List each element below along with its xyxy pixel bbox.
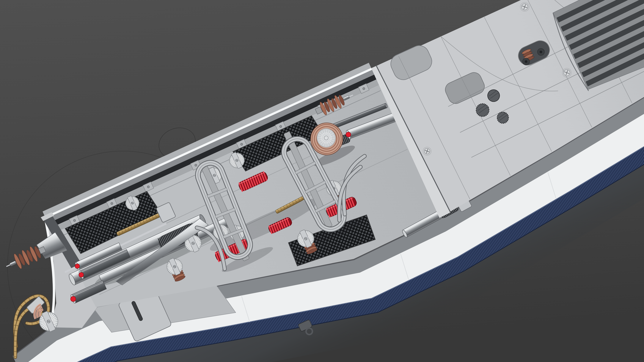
viewport-3d-render [0,0,644,362]
train-roof-render [0,0,644,362]
